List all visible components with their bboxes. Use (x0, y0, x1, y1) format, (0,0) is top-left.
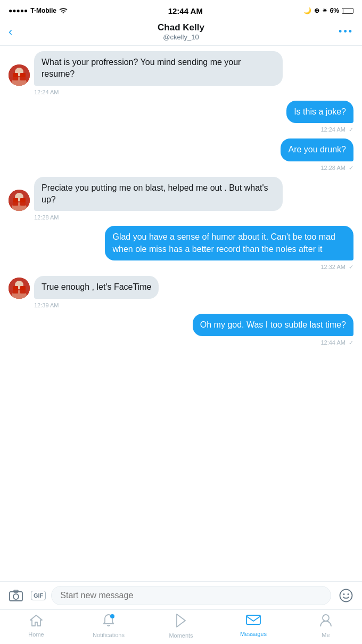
message-bubble: Is this a joke? (286, 101, 353, 123)
message-row: Is this a joke? (9, 101, 353, 123)
avatar (9, 64, 30, 86)
gif-button[interactable]: GIF (31, 591, 46, 600)
svg-rect-13 (13, 286, 18, 294)
tab-messages-label: Messages (240, 631, 267, 637)
svg-rect-4 (20, 73, 26, 80)
svg-rect-9 (20, 198, 26, 206)
message-row: True enough , let's FaceTime (9, 276, 353, 298)
battery-icon (342, 8, 353, 14)
tab-home[interactable]: Home (0, 614, 72, 638)
avatar (9, 190, 30, 211)
message-time: 12:24 AM (34, 89, 353, 95)
notifications-icon (102, 614, 115, 631)
message-row: Preciate you putting me on blast, helped… (9, 177, 353, 211)
status-time: 12:44 AM (168, 6, 203, 15)
read-checkmark: ✓ (349, 165, 353, 171)
home-icon (29, 614, 43, 630)
svg-point-19 (343, 593, 345, 595)
message-row: What is your profression? You mind sendi… (9, 51, 353, 86)
read-checkmark: ✓ (349, 126, 353, 133)
svg-rect-23 (246, 615, 260, 624)
svg-point-20 (348, 593, 349, 595)
message-row: Are you drunk? (9, 138, 353, 161)
messages-area: What is your profression? You mind sendi… (0, 46, 362, 581)
svg-rect-8 (13, 198, 18, 206)
contact-handle: @ckelly_10 (30, 33, 332, 41)
nav-title: Chad Kelly @ckelly_10 (30, 22, 332, 41)
emoji-button[interactable] (336, 586, 356, 605)
svg-rect-3 (13, 73, 18, 80)
message-bubble: Glad you have a sense of humor about it.… (105, 226, 353, 260)
nav-header: ‹ Chad Kelly @ckelly_10 ••• (0, 19, 362, 46)
svg-point-7 (12, 202, 27, 211)
message-row: Glad you have a sense of humor about it.… (9, 226, 353, 260)
signal-dots: ●●●●● (9, 7, 28, 14)
message-bubble: True enough , let's FaceTime (34, 276, 159, 298)
bluetooth-icon: ✴ (322, 7, 327, 14)
read-checkmark: ✓ (349, 264, 353, 270)
svg-marker-22 (177, 614, 185, 627)
status-carrier: ●●●●● T-Mobile (9, 7, 68, 15)
status-bar: ●●●●● T-Mobile 12:44 AM 🌙 ⊕ ✴ 6% (0, 0, 362, 19)
status-right: 🌙 ⊕ ✴ 6% (303, 7, 353, 14)
moments-icon (176, 613, 186, 631)
tab-moments[interactable]: Moments (145, 613, 217, 639)
tab-moments-label: Moments (169, 632, 193, 639)
message-time: 12:24 AM ✓ (9, 126, 353, 133)
contact-name: Chad Kelly (30, 22, 332, 33)
input-bar: GIF (0, 581, 362, 609)
tab-messages[interactable]: Messages (217, 615, 290, 637)
back-button[interactable]: ‹ (9, 25, 30, 39)
moon-icon: 🌙 (303, 7, 311, 14)
message-time: 12:44 AM ✓ (9, 339, 353, 346)
tab-me[interactable]: Me (290, 614, 362, 638)
carrier-name: T-Mobile (30, 7, 56, 14)
message-time: 12:39 AM (34, 302, 353, 308)
svg-rect-17 (14, 590, 18, 592)
message-bubble: What is your profression? You mind sendi… (34, 51, 283, 86)
svg-point-12 (12, 290, 27, 299)
avatar (9, 278, 30, 299)
message-input[interactable] (51, 586, 331, 605)
svg-point-24 (323, 615, 329, 621)
message-time: 12:28 AM ✓ (9, 165, 353, 172)
tab-notifications[interactable]: Notifications (72, 614, 145, 638)
camera-button[interactable] (6, 586, 26, 605)
read-checkmark: ✓ (349, 339, 353, 346)
message-bubble: Oh my god. Was I too subtle last time? (193, 314, 353, 336)
message-time: 12:28 AM (34, 214, 353, 221)
more-button[interactable]: ••• (332, 26, 353, 37)
tab-bar: Home Notifications Moments Messages (0, 609, 362, 644)
message-row: Oh my god. Was I too subtle last time? (9, 314, 353, 336)
tab-me-label: Me (322, 632, 330, 638)
tab-home-label: Home (28, 631, 44, 638)
battery-percent: 6% (330, 7, 339, 14)
svg-point-16 (13, 594, 19, 599)
wifi-icon (59, 7, 68, 15)
message-bubble: Are you drunk? (281, 138, 353, 161)
message-time: 12:32 AM ✓ (9, 264, 353, 271)
svg-point-2 (12, 77, 27, 86)
svg-point-21 (110, 614, 114, 618)
svg-point-18 (340, 590, 352, 602)
tab-notifications-label: Notifications (93, 632, 125, 638)
svg-rect-14 (20, 286, 26, 294)
messages-icon (246, 615, 261, 630)
me-icon (319, 614, 332, 631)
location-icon: ⊕ (314, 7, 319, 14)
message-bubble: Preciate you putting me on blast, helped… (34, 177, 283, 211)
